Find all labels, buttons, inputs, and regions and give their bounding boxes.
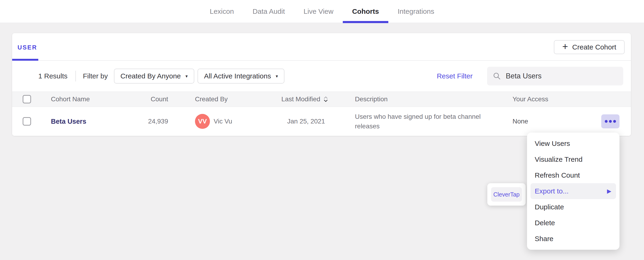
menu-item-refresh-count[interactable]: Refresh Count: [527, 167, 620, 183]
select-all-checkbox-cell: [23, 95, 31, 104]
table-row: Beta Users 24,939 VV Vic Vu Jan 25, 2021…: [12, 107, 631, 136]
cohorts-card: USER + Create Cohort 1 Results Filter by…: [12, 33, 631, 136]
chevron-down-icon: ▾: [186, 74, 188, 79]
menu-item-export-to-label: Export to...: [535, 187, 568, 195]
row-context-menu: View Users Visualize Trend Refresh Count…: [527, 132, 620, 250]
dot-icon: [613, 120, 616, 123]
menu-item-export-to[interactable]: Export to... ▶: [530, 183, 616, 199]
create-cohort-label: Create Cohort: [572, 43, 616, 51]
header-last-modified[interactable]: Last Modified: [281, 96, 328, 103]
more-options-button[interactable]: [601, 114, 620, 128]
row-checkbox-cell: [23, 117, 31, 126]
select-all-checkbox[interactable]: [23, 95, 31, 104]
nav-tab-data-audit[interactable]: Data Audit: [243, 0, 294, 23]
header-your-access: Your Access: [512, 96, 548, 103]
cohorts-page: Lexicon Data Audit Live View Cohorts Int…: [0, 0, 644, 260]
cohort-description: Users who have signed up for beta channe…: [355, 112, 490, 131]
header-count: Count: [134, 96, 168, 103]
dot-icon: [609, 120, 612, 123]
reset-filter-link[interactable]: Reset Filter: [437, 72, 472, 80]
avatar: VV: [195, 114, 210, 129]
results-count: 1 Results: [38, 72, 68, 80]
sort-icon[interactable]: [323, 96, 328, 102]
nav-tab-lexicon[interactable]: Lexicon: [200, 0, 243, 23]
menu-item-duplicate[interactable]: Duplicate: [527, 199, 620, 215]
menu-item-delete[interactable]: Delete: [527, 215, 620, 231]
filter-bar: 1 Results Filter by Created By Anyone ▾ …: [12, 61, 631, 92]
filter-divider: [76, 71, 76, 82]
header-cohort-name: Cohort Name: [51, 96, 90, 103]
nav-tab-cohorts[interactable]: Cohorts: [343, 0, 388, 23]
plus-icon: +: [562, 42, 568, 52]
cohort-type-tabbar: USER + Create Cohort: [12, 33, 631, 61]
search-box[interactable]: [487, 67, 623, 86]
chevron-down-icon: ▾: [276, 74, 278, 79]
your-access-value: None: [512, 118, 528, 125]
search-input[interactable]: [506, 72, 618, 80]
created-by-dropdown[interactable]: Created By Anyone ▾: [114, 68, 194, 84]
menu-item-share[interactable]: Share: [527, 231, 620, 247]
last-modified-value: Jan 25, 2021: [287, 118, 325, 125]
export-submenu: CleverTap: [487, 183, 526, 206]
header-description: Description: [355, 96, 388, 103]
integrations-dropdown-value: All Active Integrations: [204, 72, 271, 80]
header-created-by: Created By: [195, 96, 228, 103]
row-checkbox[interactable]: [23, 117, 31, 126]
integrations-dropdown[interactable]: All Active Integrations ▾: [198, 68, 284, 84]
table-header: Cohort Name Count Created By Last Modifi…: [12, 92, 631, 107]
created-by-name: Vic Vu: [214, 118, 232, 125]
submenu-item-clevertap[interactable]: CleverTap: [491, 187, 522, 202]
nav-tab-live-view[interactable]: Live View: [294, 0, 343, 23]
tab-user[interactable]: USER: [18, 44, 37, 51]
menu-item-visualize-trend[interactable]: Visualize Trend: [527, 152, 620, 167]
top-navigation: Lexicon Data Audit Live View Cohorts Int…: [0, 0, 644, 23]
created-by-dropdown-value: Created By Anyone: [120, 72, 181, 80]
search-icon: [493, 72, 501, 80]
submenu-arrow-icon: ▶: [607, 188, 611, 194]
create-cohort-button[interactable]: + Create Cohort: [554, 40, 624, 54]
filter-by-label: Filter by: [83, 72, 108, 80]
menu-item-view-users[interactable]: View Users: [527, 136, 620, 152]
cohort-name-link[interactable]: Beta Users: [51, 118, 86, 125]
nav-tab-integrations[interactable]: Integrations: [388, 0, 444, 23]
created-by-cell: VV Vic Vu: [195, 114, 232, 129]
tab-user-active-underline: [12, 59, 38, 61]
header-last-modified-label: Last Modified: [281, 96, 320, 103]
dot-icon: [605, 120, 608, 123]
cohort-count: 24,939: [134, 118, 168, 125]
